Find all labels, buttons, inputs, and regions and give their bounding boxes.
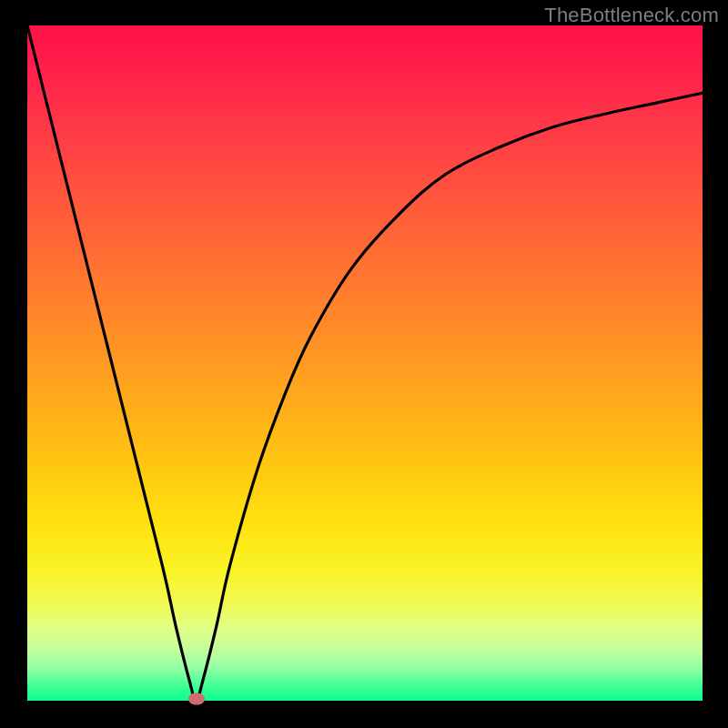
plot-area xyxy=(27,25,703,701)
minimum-marker xyxy=(188,693,205,705)
bottleneck-curve xyxy=(27,25,703,701)
chart-container: TheBottleneck.com xyxy=(0,0,728,728)
watermark-text: TheBottleneck.com xyxy=(544,4,719,27)
